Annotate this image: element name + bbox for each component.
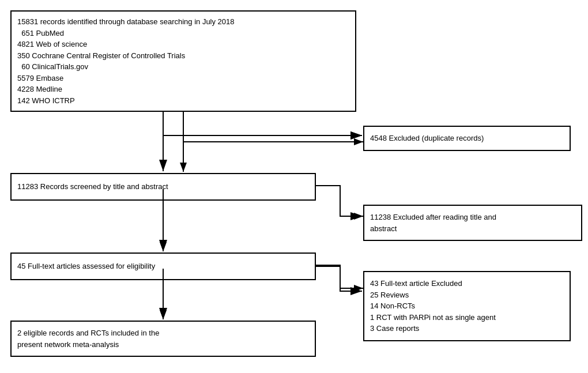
id-line-3: 4821 Web of science — [17, 39, 349, 50]
id-line-1: 15831 records identified through databas… — [17, 16, 349, 28]
id-line-4: 350 Cochrane Central Register of Control… — [17, 50, 349, 62]
diagram-container: 15831 records identified through databas… — [0, 0, 588, 373]
excluded-title-line-2: abstract — [370, 223, 575, 235]
screened-box: 11283 Records screened by title and abst… — [10, 173, 316, 201]
id-line-2: 651 PubMed — [17, 28, 349, 39]
included-line-1: 2 eligible records and RCTs included in … — [17, 327, 309, 339]
excluded-title-line-1: 11238 Excluded after reading title and — [370, 212, 575, 223]
fulltext-box: 45 Full-text articles assessed for eligi… — [10, 253, 316, 280]
id-line-8: 142 WHO ICTRP — [17, 95, 349, 107]
id-line-6: 5579 Embase — [17, 73, 349, 84]
id-line-7: 4228 Medline — [17, 84, 349, 95]
excluded-fulltext-line-4: 1 RCT with PARPi not as single agent — [370, 312, 564, 323]
excluded-fulltext-line-2: 25 Reviews — [370, 289, 564, 301]
excluded-duplicate-box: 4548 Excluded (duplicate records) — [363, 126, 571, 151]
screened-text: 11283 Records screened by title and abst… — [17, 181, 309, 193]
excluded-fulltext-box: 43 Full-text article Excluded 25 Reviews… — [363, 271, 571, 341]
excluded-duplicate-text: 4548 Excluded (duplicate records) — [370, 133, 564, 144]
fulltext-text: 45 Full-text articles assessed for eligi… — [17, 261, 309, 272]
id-line-5: 60 ClinicalTrials.gov — [17, 61, 349, 73]
identification-box: 15831 records identified through databas… — [10, 10, 356, 112]
excluded-fulltext-line-1: 43 Full-text article Excluded — [370, 278, 564, 289]
excluded-fulltext-line-3: 14 Non-RCTs — [370, 300, 564, 312]
excluded-fulltext-line-5: 3 Case reports — [370, 323, 564, 334]
included-box: 2 eligible records and RCTs included in … — [10, 321, 316, 357]
included-line-2: present network meta-analysis — [17, 339, 309, 351]
excluded-title-box: 11238 Excluded after reading title and a… — [363, 205, 582, 241]
